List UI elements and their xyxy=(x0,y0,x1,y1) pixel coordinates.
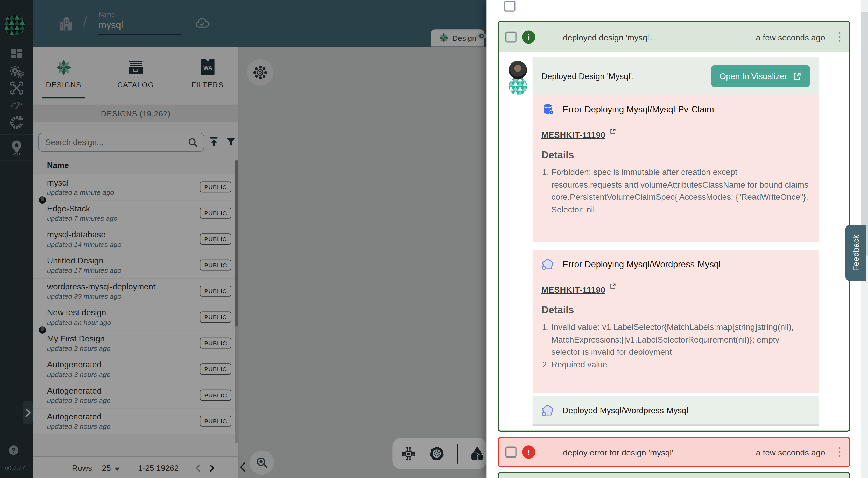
catalog-archive-icon xyxy=(105,54,166,76)
column-header-name: Name xyxy=(47,161,69,170)
design-row[interactable]: Untitled Design updated 17 minutes ago P… xyxy=(33,252,235,278)
design-updated: updated a minute ago xyxy=(47,189,114,196)
details-heading: Details xyxy=(541,305,810,316)
event-options-kebab[interactable] xyxy=(838,447,840,457)
panel-scrollbar[interactable] xyxy=(235,160,238,443)
tab-designs-label: DESIGNS xyxy=(33,81,94,89)
deployed-success-text: Deployed Mysql/Wordpress-Mysql xyxy=(562,406,688,415)
design-updated: updated 39 minutes ago xyxy=(47,293,122,300)
event-summary: deployed design 'mysql'. xyxy=(563,32,653,42)
design-updated: updated an hour ago xyxy=(47,319,111,326)
design-name: Autogenerated xyxy=(47,412,102,421)
design-row[interactable]: mysql updated a minute ago PUBLIC xyxy=(33,174,235,200)
persistent-volume-claim-icon: ? xyxy=(541,103,554,116)
meshkit-error-link[interactable]: MESHKIT-11190 xyxy=(541,128,810,139)
extensions-icon[interactable] xyxy=(9,115,24,130)
zoom-in-button[interactable] xyxy=(250,450,274,475)
deployed-design-text: Deployed Design 'Mysql'. xyxy=(541,71,634,81)
rows-per-page-select[interactable]: 25 xyxy=(102,464,121,472)
error-detail-item: Required value xyxy=(551,358,810,371)
visibility-badge: PUBLIC xyxy=(200,338,231,349)
design-name: New test design xyxy=(47,308,106,317)
deployed-design-row: Deployed Design 'Mysql'. Open In Visuali… xyxy=(533,57,819,95)
service-pentagon-icon xyxy=(541,404,554,416)
select-all-checkbox[interactable] xyxy=(504,1,516,12)
design-name-input[interactable] xyxy=(98,18,181,35)
open-in-visualizer-button[interactable]: Open In Visualizer xyxy=(711,65,810,87)
rows-label: Rows xyxy=(72,464,92,472)
tab-designs[interactable]: DESIGNS xyxy=(33,54,94,89)
visibility-badge: PUBLIC xyxy=(200,363,231,375)
meshsync-snowflake-icon[interactable] xyxy=(253,65,268,80)
help-button[interactable]: ? xyxy=(9,445,18,455)
svg-text:WA: WA xyxy=(203,65,212,71)
external-link-icon xyxy=(792,71,801,81)
name-label: Name xyxy=(98,11,184,18)
shapes-icon[interactable] xyxy=(468,445,485,462)
design-row[interactable]: Autogenerated updated 3 hours ago PUBLIC xyxy=(33,382,235,408)
external-link-icon xyxy=(610,283,616,289)
mesh-map-pin-icon[interactable] xyxy=(9,139,24,156)
visibility-eye-icon[interactable] xyxy=(475,31,488,41)
visibility-badge: PUBLIC xyxy=(200,260,231,271)
organization-icon[interactable] xyxy=(59,16,73,32)
filter-funnel-icon[interactable] xyxy=(225,136,236,147)
design-name: wordpress-mysql-deployment xyxy=(47,282,156,291)
design-updated: updated 7 minutes ago xyxy=(47,215,118,223)
tab-filters[interactable]: WA FILTERS xyxy=(177,54,238,89)
dashboard-icon[interactable] xyxy=(10,48,23,61)
event-checkbox[interactable] xyxy=(505,32,517,43)
upload-design-icon[interactable] xyxy=(209,136,219,147)
collapse-panel-chevron[interactable] xyxy=(239,461,246,473)
next-page-chevron[interactable] xyxy=(209,464,215,472)
kubernetes-icon[interactable] xyxy=(429,446,444,461)
design-search-box xyxy=(38,133,204,152)
info-icon: i xyxy=(522,30,535,43)
lifecycle-gears-icon[interactable] xyxy=(9,65,24,79)
design-row[interactable]: My First Design updated 2 hours ago PUBL… xyxy=(33,330,235,356)
performance-gauge-icon[interactable] xyxy=(9,98,24,110)
visibility-badge: PUBLIC xyxy=(200,233,231,245)
visibility-badge: PUBLIC xyxy=(200,390,231,401)
error-detail-item: Invalid value: v1.LabelSelector{MatchLab… xyxy=(551,321,810,358)
circuit-view-icon[interactable] xyxy=(401,446,416,461)
meshkit-error-link[interactable]: MESHKIT-11190 xyxy=(541,283,810,294)
meshery-app: / Name Design xyxy=(0,0,868,478)
visibility-badge: PUBLIC xyxy=(200,286,231,297)
tab-catalog[interactable]: CATALOG xyxy=(105,54,166,89)
design-search-input[interactable] xyxy=(39,138,188,147)
design-name: Untitled Design xyxy=(47,256,103,265)
design-row[interactable]: Edge-Stack updated 7 minutes ago PUBLIC xyxy=(33,200,235,226)
event-checkbox[interactable] xyxy=(505,447,517,458)
feedback-tab[interactable]: Feedback xyxy=(845,225,866,281)
meshery-logo[interactable] xyxy=(4,14,25,35)
pagination-bar: Rows 25 1-25 19262 xyxy=(33,456,238,478)
event-options-kebab[interactable] xyxy=(838,32,840,42)
expand-sidebar-button[interactable] xyxy=(23,401,33,424)
error-section-wordpress-mysql: Error Deploying Mysql/Wordpress-Mysql ME… xyxy=(533,250,819,393)
search-icon[interactable] xyxy=(188,137,198,148)
design-row[interactable]: wordpress-mysql-deployment updated 39 mi… xyxy=(33,278,235,304)
error-details-list: Forbidden: spec is immutable after creat… xyxy=(541,166,810,216)
previous-page-chevron[interactable] xyxy=(194,464,201,472)
external-link-icon xyxy=(610,128,616,134)
configuration-wrenches-icon[interactable] xyxy=(9,81,23,95)
event-card-deploy-error[interactable]: ! deploy error for design 'mysql' a few … xyxy=(498,437,850,467)
event-body: Deployed Design 'Mysql'. Open In Visuali… xyxy=(499,52,849,431)
event-card-partial[interactable] xyxy=(498,472,850,478)
design-row[interactable]: Autogenerated updated 3 hours ago PUBLIC xyxy=(33,408,235,434)
visibility-badge: PUBLIC xyxy=(200,311,231,323)
design-name: Edge-Stack xyxy=(47,204,90,213)
chevron-right-icon xyxy=(24,408,31,417)
zoom-in-icon xyxy=(256,456,268,469)
avatar xyxy=(39,326,46,334)
event-header[interactable]: i deployed design 'mysql'. a few seconds… xyxy=(499,22,849,52)
cloud-saved-icon[interactable] xyxy=(195,17,210,29)
design-row[interactable]: mysql-database updated 14 minutes ago PU… xyxy=(33,226,235,252)
design-row[interactable]: New test design updated an hour ago PUBL… xyxy=(33,305,235,330)
design-updated: updated 17 minutes ago xyxy=(47,266,122,274)
designs-count-header: DESIGNS (19,262) xyxy=(33,105,238,122)
design-name: My First Design xyxy=(47,334,105,343)
design-row[interactable]: Autogenerated updated 3 hours ago PUBLIC xyxy=(33,356,235,382)
user-avatar xyxy=(509,61,527,79)
